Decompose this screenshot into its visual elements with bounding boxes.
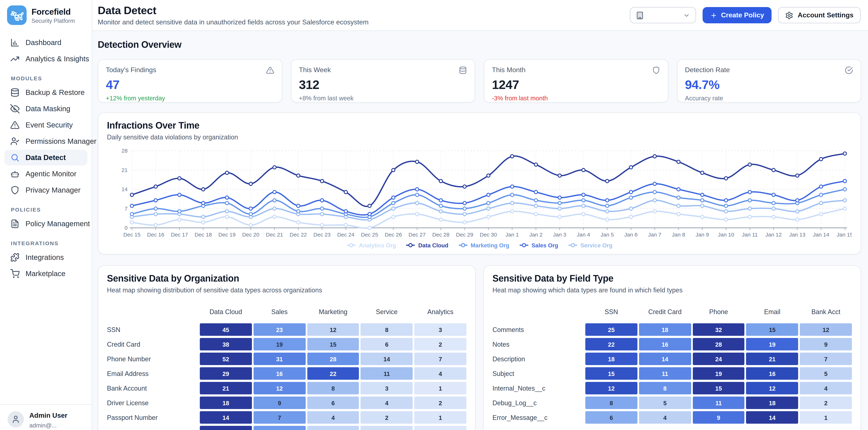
- account-settings-button[interactable]: Account Settings: [778, 7, 861, 23]
- heatmap-cell: 15: [693, 382, 745, 394]
- heatmap-cell: 15: [746, 323, 798, 336]
- heatmap-row-notes: Notes221628199: [492, 338, 852, 351]
- heatmap-cell: 7: [253, 411, 305, 424]
- svg-text:Dec 20: Dec 20: [242, 232, 259, 238]
- legend-item-analytics-org[interactable]: Analytics Org: [346, 242, 396, 249]
- heatmap-title: Sensitive Data by Field Type: [492, 273, 852, 284]
- legend-item-sales-org[interactable]: Sales Org: [519, 242, 558, 249]
- svg-text:Dec 25: Dec 25: [361, 232, 378, 238]
- alert-triangle-icon: [266, 66, 274, 74]
- heatmap-row-bank-account: Bank Account2112831: [107, 382, 466, 394]
- svg-text:Jan 8: Jan 8: [672, 232, 685, 238]
- legend-item-marketing-org[interactable]: Marketing Org: [458, 242, 509, 249]
- svg-text:7: 7: [125, 206, 128, 211]
- svg-text:Dec 17: Dec 17: [171, 232, 188, 238]
- heatmap-table: SSNCredit CardPhoneEmailBank AcctComment…: [492, 308, 852, 424]
- sidebar-item-privacy-manager[interactable]: Privacy Manager: [4, 182, 87, 198]
- heatmap-cell: 22: [307, 367, 359, 380]
- heatmap-cell: 11: [693, 397, 745, 409]
- legend-marker-icon: [458, 242, 468, 248]
- chart-subtitle: Daily sensitive data violations by organ…: [107, 133, 852, 141]
- stat-value: 94.7%: [685, 77, 853, 92]
- trending-up-icon: [10, 54, 20, 63]
- svg-text:Dec 29: Dec 29: [456, 232, 473, 238]
- heatmap-cell: 16: [639, 338, 691, 351]
- shopping-cart-icon: [10, 269, 20, 278]
- heatmap-cell: [200, 426, 252, 430]
- sidebar-item-analytics-insights[interactable]: Analytics & Insights: [4, 51, 87, 67]
- legend-marker-icon: [346, 242, 356, 248]
- heatmap-cell: 12: [253, 382, 305, 394]
- sidebar-item-policy-management[interactable]: Policy Management: [4, 216, 87, 232]
- heatmap-cell: 1: [414, 382, 466, 394]
- heatmap-cell: 9: [693, 411, 745, 424]
- heatmap-cell: 21: [200, 382, 252, 394]
- heatmap-cell: 2: [361, 411, 413, 424]
- svg-text:Dec 28: Dec 28: [432, 232, 450, 238]
- org-selector[interactable]: [630, 7, 696, 23]
- heatmap-cell: 14: [639, 353, 691, 365]
- heatmap-cell: 1: [414, 411, 466, 424]
- legend-item-data-cloud[interactable]: Data Cloud: [406, 242, 448, 249]
- sidebar-item-dashboard[interactable]: Dashboard: [4, 35, 87, 51]
- sidebar-section-modules: MODULES: [11, 75, 81, 81]
- line-chart: 07142128Dec 15Dec 16Dec 17Dec 18Dec 19De…: [107, 145, 852, 242]
- page-title: Data Detect: [98, 4, 369, 17]
- sidebar-item-agentic-monitor[interactable]: Agentic Monitor: [4, 166, 87, 182]
- svg-text:Dec 23: Dec 23: [313, 232, 331, 238]
- account-settings-label: Account Settings: [798, 11, 854, 19]
- heatmap-row-error-message-c: Error_Message__c649141: [492, 411, 852, 424]
- balloon-dog-logo-icon: [7, 5, 27, 25]
- sidebar-section-integrations: INTEGRATIONS: [11, 240, 81, 246]
- sidebar-item-data-masking[interactable]: Data Masking: [4, 101, 87, 117]
- heatmap-cell: 9: [800, 338, 852, 351]
- heatmap-cell: 7: [414, 353, 466, 365]
- sidebar-item-marketplace[interactable]: Marketplace: [4, 266, 87, 282]
- stat-card-detection-rate: Detection Rate94.7%Accuracy rate: [677, 59, 861, 102]
- sidebar-nav: DashboardAnalytics & InsightsMODULESBack…: [0, 35, 92, 282]
- svg-text:Dec 30: Dec 30: [480, 232, 497, 238]
- svg-text:Jan 1: Jan 1: [505, 232, 519, 238]
- brand-subtitle: Security Platform: [31, 17, 75, 24]
- heatmap-cell: 28: [307, 353, 359, 365]
- heatmap-row-label: Notes: [492, 338, 584, 351]
- heatmap-row-email-address: Email Address291622114: [107, 367, 466, 380]
- sidebar-item-event-security[interactable]: Event Security: [4, 117, 87, 133]
- sidebar-item-permissions-manager[interactable]: Permissions Manager: [4, 133, 87, 149]
- create-policy-button[interactable]: Create Policy: [703, 7, 772, 23]
- heatmap-row-phone-number: Phone Number523128147: [107, 353, 466, 365]
- stat-delta: Accuracy rate: [685, 95, 853, 101]
- heatmap-cell: 9: [253, 397, 305, 409]
- brand-name: Forcefield: [31, 7, 75, 16]
- sidebar-item-data-detect[interactable]: Data Detect: [4, 150, 87, 165]
- heatmap-cell: 4: [639, 411, 691, 424]
- legend-item-service-org[interactable]: Service Org: [568, 242, 613, 249]
- heatmap-cell: 4: [414, 367, 466, 380]
- heatmap-by-organization-card: Sensitive Data by OrganizationHeat map s…: [98, 265, 476, 430]
- heatmap-row-label: Bank Account: [107, 382, 198, 394]
- heatmap-cell: 12: [307, 323, 359, 336]
- heatmap-cell: 2: [800, 397, 852, 409]
- heatmap-column-header: Email: [746, 308, 798, 321]
- heatmap-cell: [253, 426, 305, 430]
- heatmap-row-credit-card: Credit Card38191562: [107, 338, 466, 351]
- heatmap-cell: 25: [585, 323, 637, 336]
- heatmap-header-row: Data CloudSalesMarketingServiceAnalytics: [107, 308, 466, 321]
- user-profile[interactable]: Admin User admin@...: [0, 404, 92, 430]
- sidebar-item-label: Policy Management: [26, 220, 90, 228]
- sidebar-item-label: Privacy Manager: [26, 186, 81, 194]
- heatmap-column-header: Bank Acct: [800, 308, 852, 321]
- heatmap-row-label: Internal_Notes__c: [492, 382, 584, 394]
- legend-label: Data Cloud: [418, 242, 448, 249]
- sidebar-item-backup-restore[interactable]: Backup & Restore: [4, 85, 87, 100]
- heatmap-cell: 11: [361, 367, 413, 380]
- sidebar-item-integrations[interactable]: Integrations: [4, 250, 87, 265]
- legend-label: Marketing Org: [470, 242, 509, 249]
- heatmap-row-driver-license: Driver License189642: [107, 397, 466, 409]
- svg-text:Dec 15: Dec 15: [123, 232, 141, 238]
- heatmap-row-ssn: SSN45231283: [107, 323, 466, 336]
- heatmap-cell: 38: [200, 338, 252, 351]
- sidebar-item-label: Dashboard: [26, 38, 61, 47]
- heatmap-column-header: Analytics: [414, 308, 466, 321]
- heatmap-cell: 14: [200, 411, 252, 424]
